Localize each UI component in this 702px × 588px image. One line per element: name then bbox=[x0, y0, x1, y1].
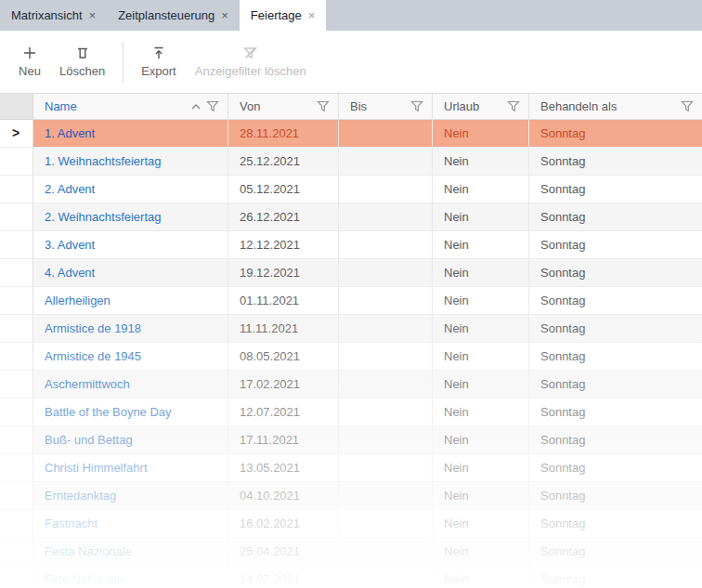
table-row[interactable]: 3. Advent12.12.2021NeinSonntag bbox=[0, 231, 702, 259]
cell-urlaub[interactable]: Nein bbox=[433, 176, 529, 203]
cell-bis[interactable] bbox=[339, 454, 433, 482]
cell-bis[interactable] bbox=[339, 120, 433, 148]
cell-behandeln-als[interactable]: Sonntag bbox=[529, 426, 702, 454]
cell-von[interactable]: 12.12.2021 bbox=[228, 231, 339, 259]
export-button[interactable]: Export bbox=[132, 40, 186, 81]
table-row[interactable]: 4. Advent19.12.2021NeinSonntag bbox=[0, 259, 702, 287]
table-row[interactable]: Battle of the Boyne Day12.07.2021NeinSon… bbox=[0, 399, 702, 426]
cell-bis[interactable] bbox=[339, 426, 433, 454]
cell-behandeln-als[interactable]: Sonntag bbox=[529, 120, 702, 148]
cell-bis[interactable] bbox=[339, 566, 433, 588]
cell-urlaub[interactable]: Nein bbox=[433, 203, 529, 231]
cell-behandeln-als[interactable]: Sonntag bbox=[529, 538, 702, 566]
cell-von[interactable]: 12.07.2021 bbox=[228, 399, 339, 426]
cell-name[interactable]: Buß- und Bettag bbox=[33, 426, 228, 454]
cell-von[interactable]: 14.07.2021 bbox=[228, 566, 339, 588]
cell-urlaub[interactable]: Nein bbox=[433, 454, 529, 482]
table-row[interactable]: Aschermittwoch17.02.2021NeinSonntag bbox=[0, 371, 702, 399]
cell-behandeln-als[interactable]: Sonntag bbox=[529, 203, 702, 231]
table-row[interactable]: Allerheiligen01.11.2021NeinSonntag bbox=[0, 287, 702, 315]
cell-von[interactable]: 04.10.2021 bbox=[228, 482, 339, 510]
cell-bis[interactable] bbox=[339, 287, 433, 315]
cell-von[interactable]: 01.11.2021 bbox=[228, 287, 339, 315]
cell-bis[interactable] bbox=[339, 148, 433, 176]
cell-von[interactable]: 17.11.2021 bbox=[228, 426, 339, 454]
cell-behandeln-als[interactable]: Sonntag bbox=[529, 454, 702, 482]
close-icon[interactable]: × bbox=[89, 9, 97, 21]
delete-button[interactable]: Löschen bbox=[50, 40, 114, 81]
cell-von[interactable]: 13.05.2021 bbox=[228, 454, 339, 482]
cell-von[interactable]: 25.12.2021 bbox=[228, 148, 339, 176]
cell-name[interactable]: Battle of the Boyne Day bbox=[33, 399, 228, 426]
cell-von[interactable]: 11.11.2021 bbox=[228, 315, 339, 343]
cell-bis[interactable] bbox=[339, 371, 433, 399]
cell-urlaub[interactable]: Nein bbox=[433, 287, 529, 315]
table-row[interactable]: Armistice de 194508.05.2021NeinSonntag bbox=[0, 343, 702, 371]
cell-name[interactable]: Aschermittwoch bbox=[33, 371, 228, 399]
cell-behandeln-als[interactable]: Sonntag bbox=[529, 371, 702, 399]
cell-urlaub[interactable]: Nein bbox=[433, 343, 529, 371]
table-row[interactable]: Christi Himmelfahrt13.05.2021NeinSonntag bbox=[0, 454, 702, 482]
cell-von[interactable]: 17.02.2021 bbox=[228, 371, 339, 399]
cell-name[interactable]: 2. Advent bbox=[33, 176, 228, 203]
column-header-bis[interactable]: Bis bbox=[339, 94, 433, 120]
cell-von[interactable]: 08.05.2021 bbox=[228, 343, 339, 371]
cell-name[interactable]: Christi Himmelfahrt bbox=[33, 454, 228, 482]
tab-feiertage[interactable]: Feiertage × bbox=[240, 0, 327, 31]
cell-name[interactable]: Fête Nationale bbox=[33, 566, 228, 588]
cell-bis[interactable] bbox=[339, 399, 433, 426]
table-row[interactable]: 2. Advent05.12.2021NeinSonntag bbox=[0, 176, 702, 203]
cell-behandeln-als[interactable]: Sonntag bbox=[529, 176, 702, 203]
cell-von[interactable]: 05.12.2021 bbox=[228, 176, 339, 203]
cell-urlaub[interactable]: Nein bbox=[433, 399, 529, 426]
cell-behandeln-als[interactable]: Sonntag bbox=[529, 231, 702, 259]
table-row[interactable]: Armistice de 191811.11.2021NeinSonntag bbox=[0, 315, 702, 343]
cell-name[interactable]: Armistice de 1918 bbox=[33, 315, 228, 343]
filter-icon[interactable] bbox=[206, 100, 219, 112]
filter-icon[interactable] bbox=[410, 100, 423, 112]
cell-urlaub[interactable]: Nein bbox=[433, 148, 529, 176]
cell-name[interactable]: Festa Nazionale bbox=[33, 538, 228, 566]
cell-urlaub[interactable]: Nein bbox=[433, 482, 529, 510]
column-header-behandeln-als[interactable]: Behandeln als bbox=[529, 94, 702, 120]
cell-urlaub[interactable]: Nein bbox=[433, 315, 529, 343]
cell-urlaub[interactable]: Nein bbox=[433, 566, 529, 588]
cell-name[interactable]: 2. Weihnachtsfeiertag bbox=[33, 203, 228, 231]
table-row[interactable]: >1. Advent28.11.2021NeinSonntag bbox=[0, 120, 702, 148]
cell-name[interactable]: 1. Weihnachtsfeiertag bbox=[33, 148, 228, 176]
cell-name[interactable]: Armistice de 1945 bbox=[33, 343, 228, 371]
cell-urlaub[interactable]: Nein bbox=[433, 426, 529, 454]
table-row[interactable]: 1. Weihnachtsfeiertag25.12.2021NeinSonnt… bbox=[0, 148, 702, 176]
column-header-name[interactable]: Name bbox=[33, 94, 228, 120]
table-row[interactable]: 2. Weihnachtsfeiertag26.12.2021NeinSonnt… bbox=[0, 203, 702, 231]
filter-icon[interactable] bbox=[317, 100, 330, 112]
cell-von[interactable]: 16.02.2021 bbox=[228, 510, 339, 538]
cell-bis[interactable] bbox=[339, 510, 433, 538]
cell-behandeln-als[interactable]: Sonntag bbox=[529, 399, 702, 426]
cell-bis[interactable] bbox=[339, 538, 433, 566]
table-row[interactable]: Buß- und Bettag17.11.2021NeinSonntag bbox=[0, 426, 702, 454]
cell-von[interactable]: 28.11.2021 bbox=[228, 120, 339, 148]
cell-behandeln-als[interactable]: Sonntag bbox=[529, 482, 702, 510]
cell-behandeln-als[interactable]: Sonntag bbox=[529, 343, 702, 371]
close-icon[interactable]: × bbox=[308, 9, 316, 21]
cell-name[interactable]: 3. Advent bbox=[33, 231, 228, 259]
cell-name[interactable]: 4. Advent bbox=[33, 259, 228, 287]
cell-behandeln-als[interactable]: Sonntag bbox=[529, 148, 702, 176]
tab-matrixansicht[interactable]: Matrixansicht × bbox=[0, 0, 107, 31]
tab-zeitplansteuerung[interactable]: Zeitplansteuerung × bbox=[107, 0, 240, 31]
cell-bis[interactable] bbox=[339, 176, 433, 203]
column-header-urlaub[interactable]: Urlaub bbox=[433, 94, 529, 120]
cell-behandeln-als[interactable]: Sonntag bbox=[529, 315, 702, 343]
cell-behandeln-als[interactable]: Sonntag bbox=[529, 259, 702, 287]
cell-bis[interactable] bbox=[339, 203, 433, 231]
cell-bis[interactable] bbox=[339, 315, 433, 343]
cell-behandeln-als[interactable]: Sonntag bbox=[529, 566, 702, 588]
cell-bis[interactable] bbox=[339, 482, 433, 510]
cell-urlaub[interactable]: Nein bbox=[433, 231, 529, 259]
table-row[interactable]: Erntedanktag04.10.2021NeinSonntag bbox=[0, 482, 702, 510]
cell-von[interactable]: 19.12.2021 bbox=[228, 259, 339, 287]
cell-name[interactable]: Erntedanktag bbox=[33, 482, 228, 510]
cell-urlaub[interactable]: Nein bbox=[433, 371, 529, 399]
cell-behandeln-als[interactable]: Sonntag bbox=[529, 510, 702, 538]
